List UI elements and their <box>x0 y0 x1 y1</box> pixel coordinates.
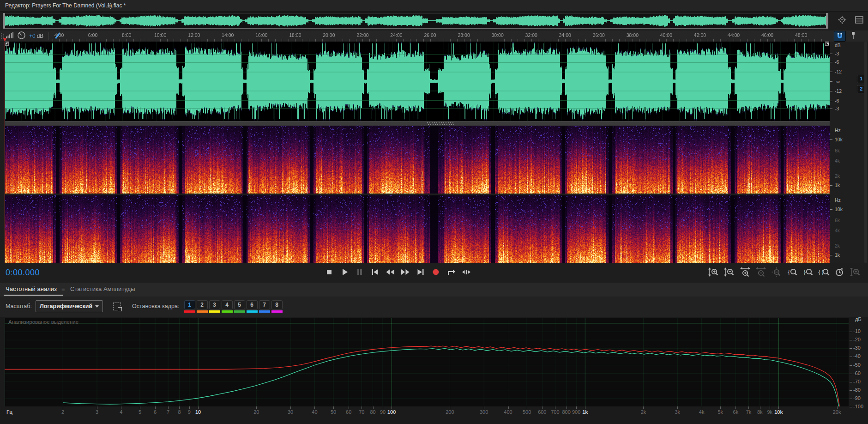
panel-list-icon[interactable] <box>854 15 864 24</box>
ruler-time-label: 12:00 <box>180 32 208 38</box>
y-tick-label: -50 <box>853 362 861 368</box>
hold-button-3[interactable]: 3 <box>209 300 220 313</box>
x-tick <box>189 406 190 409</box>
zoom-out-vertical-icon <box>723 267 735 278</box>
ruler-time-label: 46:00 <box>753 32 781 38</box>
scale-tick <box>830 54 832 54</box>
navigate-zoom-icon[interactable] <box>837 14 848 25</box>
tab-frequency-analysis[interactable]: Частотный анализ≡ <box>6 285 65 292</box>
ruler-time-label: 20:00 <box>315 32 343 38</box>
overview-right-handle[interactable] <box>826 13 828 29</box>
panel-menu-icon[interactable]: ≡ <box>107 1 111 9</box>
splitter-grip-icon[interactable] <box>427 122 454 125</box>
x-tick <box>508 406 509 409</box>
scale-tick-label: -3 <box>835 51 839 56</box>
ruler-time-label: 36:00 <box>585 32 613 38</box>
pause-button[interactable] <box>354 266 366 278</box>
zoom-in-horizontal-button[interactable] <box>738 266 752 278</box>
zoom-out-vertical-button[interactable] <box>723 266 736 278</box>
vertical-scrollbar[interactable] <box>864 42 867 263</box>
fade-in-handle[interactable] <box>5 42 9 46</box>
time-display[interactable]: 0:00.000 <box>6 268 40 278</box>
gain-knob-icon[interactable] <box>17 31 26 42</box>
ruler-time-label: 48:00 <box>787 32 815 38</box>
spectrogram-ch1-canvas[interactable] <box>5 126 830 194</box>
copy-frame-icon[interactable] <box>113 303 121 310</box>
scrub-button[interactable] <box>460 266 472 278</box>
hold-number: 2 <box>197 300 208 309</box>
zoom-out-point-button[interactable]: } <box>801 266 814 278</box>
ruler-time-label: 40:00 <box>652 32 680 38</box>
chart-y-axis: дБ -10-20-30-40-50-60-70-80-90-100 <box>850 317 868 409</box>
fast-forward-icon <box>400 267 411 278</box>
spectrogram-ch2-canvas[interactable] <box>5 195 830 263</box>
zoom-amplitude-button[interactable] <box>848 266 862 278</box>
snap-toggle[interactable] <box>834 31 846 42</box>
hold-button-8[interactable]: 8 <box>271 300 283 313</box>
hold-color-swatch <box>209 310 220 313</box>
overview-strip[interactable] <box>3 13 828 29</box>
y-tick <box>850 407 852 407</box>
toolbar-grip[interactable] <box>1 33 4 39</box>
zoom-in-point-button[interactable]: { <box>785 266 799 278</box>
tab-amplitude-statistics[interactable]: Статистика Амплитуды <box>70 285 135 292</box>
x-tick <box>140 406 140 409</box>
loop-button[interactable] <box>445 266 457 278</box>
skip-forward-button[interactable] <box>415 266 427 278</box>
zoom-reset-button[interactable] <box>770 266 783 278</box>
zoom-selection-button[interactable]: {} <box>817 266 830 278</box>
hold-button-5[interactable]: 5 <box>234 300 245 313</box>
x-tick <box>735 406 736 409</box>
hold-button-2[interactable]: 2 <box>197 300 208 313</box>
scale-tick <box>830 62 832 62</box>
gain-value[interactable]: +0dB <box>29 33 43 39</box>
timeline-ruler-row: +0dB 4:006:008:0010:0012:0014:0016:0018:… <box>0 30 868 42</box>
zoom-in-vertical-button[interactable] <box>707 266 720 278</box>
hold-button-7[interactable]: 7 <box>259 300 270 313</box>
fast-forward-button[interactable] <box>399 266 411 278</box>
overview-waveform-canvas[interactable] <box>4 14 827 28</box>
panel-splitter[interactable] <box>5 121 830 126</box>
overview-row <box>0 12 868 30</box>
record-button[interactable] <box>430 266 442 278</box>
zoom-time-button[interactable] <box>832 266 846 278</box>
x-tick <box>168 406 169 409</box>
y-tick <box>850 382 852 382</box>
hold-color-swatch <box>184 310 195 313</box>
analysis-controls: Масштаб: Логарифмический Остановка кадра… <box>0 297 868 315</box>
waveform-canvas[interactable] <box>5 42 830 121</box>
hold-button-6[interactable]: 6 <box>247 300 258 313</box>
zoom-out-horizontal-button[interactable] <box>754 266 767 278</box>
chart-plot-area[interactable]: Анализированое выделение <box>5 318 849 406</box>
x-tick-label: 100 <box>381 409 402 415</box>
transport-controls <box>323 266 472 278</box>
fade-out-handle[interactable] <box>825 42 829 46</box>
scale-select[interactable]: Логарифмический <box>36 300 103 312</box>
overview-left-handle[interactable] <box>3 13 5 29</box>
tab-menu-icon[interactable]: ≡ <box>61 285 65 292</box>
x-tick <box>383 406 383 409</box>
x-tick <box>567 406 567 409</box>
hold-color-swatch <box>259 310 270 313</box>
rewind-icon <box>385 267 396 278</box>
x-tick <box>63 406 63 409</box>
x-tick-label: 200 <box>439 409 460 415</box>
hold-button-1[interactable]: 1 <box>184 300 195 313</box>
stop-button[interactable] <box>323 266 335 278</box>
meter-icon[interactable] <box>6 31 14 41</box>
x-tick <box>748 406 749 409</box>
play-button[interactable] <box>338 266 350 278</box>
scale-tick-label: -∞ <box>835 79 840 84</box>
scale-tick-label: 6k <box>835 148 840 153</box>
editor-titlebar: Редактор: Prayers For The Damned (Vol.1)… <box>0 0 868 12</box>
hold-color-swatch <box>197 310 208 313</box>
y-tick <box>850 399 852 399</box>
skip-back-button[interactable] <box>369 266 381 278</box>
playhead[interactable] <box>5 42 5 263</box>
x-tick <box>720 406 721 409</box>
hold-button-4[interactable]: 4 <box>222 300 233 313</box>
pin-marker-icon[interactable] <box>850 31 856 42</box>
rewind-button[interactable] <box>384 266 396 278</box>
ruler-time-label: 32:00 <box>518 32 545 38</box>
scale-tick <box>830 81 832 82</box>
